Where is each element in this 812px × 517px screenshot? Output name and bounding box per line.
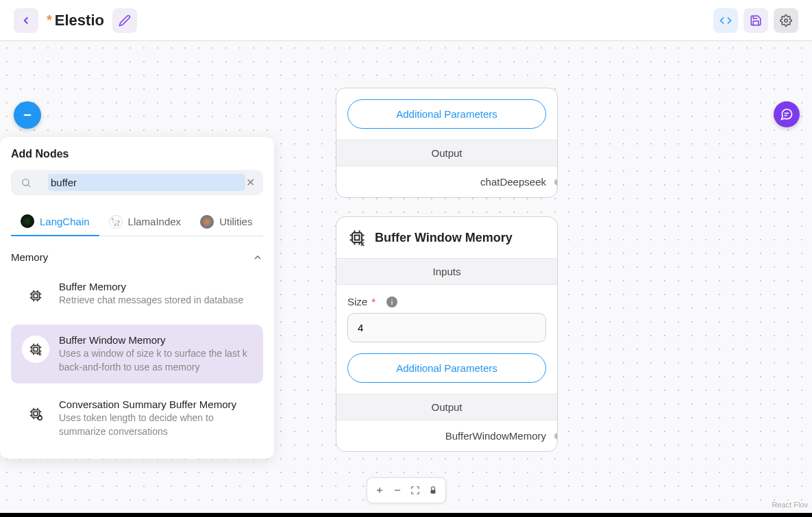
node-text: Buffer Window Memory Uses a window of si… [59,334,252,374]
svg-rect-17 [34,347,38,351]
langchain-icon [21,214,34,228]
canvas[interactable]: Add Nodes ✕ LangChain 🦙 LlamaIndex Utili… [0,41,812,517]
chat-icon [780,108,793,121]
page-title: Elestio [55,12,104,29]
tab-label: LangChain [40,216,90,227]
add-nodes-panel: Add Nodes ✕ LangChain 🦙 LlamaIndex Utili… [0,137,274,459]
svg-line-5 [28,185,30,187]
panel-tabs: LangChain 🦙 LlamaIndex Utilities [11,207,263,236]
fit-view-button[interactable] [407,482,423,499]
node-desc: Retrieve chat messages stored in databas… [59,294,252,307]
svg-rect-27 [32,410,40,418]
chevron-up-icon [252,252,263,263]
back-button[interactable] [14,8,38,33]
category-title: Memory [11,251,48,263]
node-body: Size * i Additional Parameters [336,285,557,394]
chevron-left-icon [20,14,32,27]
node-item-conversation-summary-buffer-memory[interactable]: Conversation Summary Buffer Memory Uses … [11,389,263,448]
pencil-icon [119,14,131,27]
panel-title: Add Nodes [11,148,263,160]
svg-text:k: k [39,351,42,357]
node-text: Buffer Memory Retrieve chat messages sto… [59,281,252,307]
memory-icon [28,406,43,421]
node-text: Conversation Summary Buffer Memory Uses … [59,399,252,438]
code-button[interactable] [713,8,738,33]
header-left: * Elestio [14,8,137,33]
app-header: * Elestio [0,0,812,41]
output-section-label: Output [336,394,557,420]
gear-icon [780,14,792,27]
node-item-buffer-window-memory[interactable]: k Buffer Window Memory Uses a window of … [11,325,263,383]
output-handle[interactable] [554,433,558,439]
output-section-label: Output [336,140,557,166]
node-name: Conversation Summary Buffer Memory [59,399,252,410]
tab-langchain[interactable]: LangChain [11,207,99,236]
node-body: Additional Parameters [336,88,557,140]
utilities-icon [200,215,214,229]
output-value: BufferWindowMemory [445,430,546,442]
svg-rect-39 [355,236,360,240]
lock-icon [428,486,438,495]
svg-rect-28 [34,412,38,416]
tab-label: Utilities [219,216,252,227]
node-icon-wrap [22,400,49,427]
tab-utilities[interactable]: Utilities [190,207,262,236]
search-clear-button[interactable]: ✕ [246,176,255,189]
search-wrap[interactable]: ✕ [11,170,263,195]
size-input[interactable] [347,313,546,342]
edit-title-button[interactable] [112,8,137,33]
tab-llamaindex[interactable]: 🦙 LlamaIndex [99,207,191,236]
header-right [713,8,798,33]
zoom-out-button[interactable] [389,482,406,499]
search-icon [21,177,32,188]
minus-icon [21,109,34,121]
flow-node-buffer-window-memory[interactable]: k Buffer Window Memory Inputs Size * i A… [336,216,558,452]
fit-icon [410,486,420,495]
memory-icon: k [347,228,367,247]
search-input[interactable] [38,177,236,188]
info-icon[interactable]: i [386,297,397,307]
title-wrap: * Elestio [47,12,104,29]
required-indicator: * [371,296,376,307]
svg-point-37 [38,416,42,420]
attribution: React Flov [772,501,808,509]
bottom-bar [0,513,812,517]
output-handle[interactable] [554,179,558,185]
svg-rect-52 [430,490,435,493]
memory-icon: k [28,342,43,357]
node-desc: Uses a window of size k to surface the l… [59,347,252,374]
memory-icon [28,288,43,303]
node-icon-wrap: k [22,336,49,363]
svg-text:k: k [361,240,365,247]
flow-node-chat[interactable]: Additional Parameters Output chatDeepsee… [336,88,558,198]
lock-button[interactable] [425,482,441,499]
inputs-section-label: Inputs [336,258,557,285]
canvas-controls [367,477,446,503]
save-icon [750,14,762,27]
output-value: chatDeepseek [480,176,546,188]
additional-parameters-button[interactable]: Additional Parameters [347,353,546,383]
plus-icon [375,486,384,495]
chat-fab[interactable] [774,101,800,127]
node-icon-wrap [22,282,49,310]
node-header: k Buffer Window Memory [336,217,557,258]
settings-button[interactable] [774,8,798,33]
zoom-in-button[interactable] [371,482,388,499]
collapse-panel-fab[interactable] [14,101,41,129]
output-row: BufferWindowMemory [336,420,557,451]
node-name: Buffer Window Memory [59,334,252,346]
category-header[interactable]: Memory [11,249,263,266]
save-button[interactable] [743,8,768,33]
svg-point-0 [785,18,788,22]
node-desc: Uses token length to decide when to summ… [59,412,252,438]
tab-label: LlamaIndex [128,216,182,227]
node-title: Buffer Window Memory [375,231,513,245]
additional-parameters-button[interactable]: Additional Parameters [347,99,546,129]
node-name: Buffer Memory [59,281,252,292]
size-label-text: Size [347,296,367,307]
node-item-buffer-memory[interactable]: Buffer Memory Retrieve chat messages sto… [11,271,263,319]
svg-rect-7 [34,294,38,298]
modified-indicator: * [47,12,52,28]
minus-icon [393,486,402,495]
svg-point-4 [23,179,29,185]
